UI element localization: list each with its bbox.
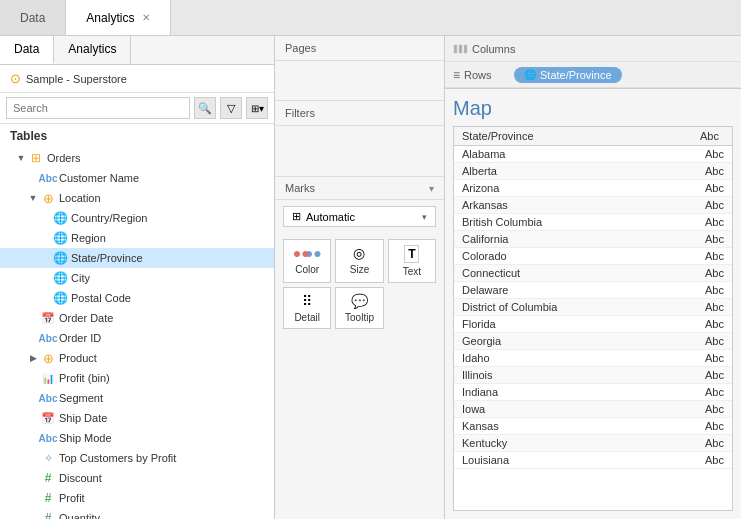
tab-spacer bbox=[171, 0, 741, 35]
tree-item-customer-name[interactable]: ▶ Abc Customer Name bbox=[0, 168, 274, 188]
marks-tooltip-button[interactable]: 💬 Tooltip bbox=[335, 287, 383, 329]
view-toggle-button[interactable]: ⊞▾ bbox=[246, 97, 268, 119]
state-cell: Alberta bbox=[454, 163, 692, 180]
tree-item-profit-bin[interactable]: ▶ 📊 Profit (bin) bbox=[0, 368, 274, 388]
marks-size-button[interactable]: ◎ Size bbox=[335, 239, 383, 283]
table-row[interactable]: Illinois Abc bbox=[454, 367, 732, 384]
abc-icon: Abc bbox=[40, 390, 56, 406]
left-tab-analytics-label: Analytics bbox=[68, 42, 116, 56]
state-province-label: State/Province bbox=[71, 252, 143, 264]
tree-item-state-province[interactable]: ▶ 🌐 State/Province bbox=[0, 248, 274, 268]
tree-item-location[interactable]: ▼ ⊕ Location bbox=[0, 188, 274, 208]
table-row[interactable]: Arkansas Abc bbox=[454, 197, 732, 214]
tree-item-segment[interactable]: ▶ Abc Segment bbox=[0, 388, 274, 408]
table-row[interactable]: California Abc bbox=[454, 231, 732, 248]
tree-item-region[interactable]: ▶ 🌐 Region bbox=[0, 228, 274, 248]
type-cell: Abc bbox=[692, 418, 732, 435]
filters-label: Filters bbox=[275, 101, 444, 126]
tree-item-profit[interactable]: ▶ # Profit bbox=[0, 488, 274, 508]
columns-shelf: ⦀⦀⦀ Columns bbox=[445, 36, 741, 62]
marks-text-button[interactable]: T Text bbox=[388, 239, 436, 283]
left-tab-data[interactable]: Data bbox=[0, 36, 54, 64]
tree-item-country-region[interactable]: ▶ 🌐 Country/Region bbox=[0, 208, 274, 228]
left-tab-analytics[interactable]: Analytics bbox=[54, 36, 131, 64]
state-cell: California bbox=[454, 231, 692, 248]
tree-item-orders[interactable]: ▼ ⊞ Orders bbox=[0, 148, 274, 168]
location-label: Location bbox=[59, 192, 101, 204]
marks-title: Marks bbox=[285, 182, 315, 194]
table-row[interactable]: Kansas Abc bbox=[454, 418, 732, 435]
data-source[interactable]: ⊙ Sample - Superstore bbox=[0, 65, 274, 93]
state-cell: Arizona bbox=[454, 180, 692, 197]
expand-icon[interactable]: ▼ bbox=[28, 193, 38, 203]
table-row[interactable]: Georgia Abc bbox=[454, 333, 732, 350]
globe-icon: 🌐 bbox=[52, 230, 68, 246]
table-header: State/Province Abc bbox=[454, 127, 732, 146]
table-row[interactable]: Alabama Abc bbox=[454, 146, 732, 163]
hash-icon: # bbox=[40, 490, 56, 506]
type-cell: Abc bbox=[692, 265, 732, 282]
quantity-label: Quantity bbox=[59, 512, 100, 519]
search-input[interactable] bbox=[6, 97, 190, 119]
tree-item-quantity[interactable]: ▶ # Quantity bbox=[0, 508, 274, 519]
tree-item-top-customers[interactable]: ▶ ✧ Top Customers by Profit bbox=[0, 448, 274, 468]
marks-expand-icon[interactable]: ▾ bbox=[429, 183, 434, 194]
tab-data[interactable]: Data bbox=[0, 0, 66, 35]
type-cell: Abc bbox=[692, 367, 732, 384]
tree-item-order-id[interactable]: ▶ Abc Order ID bbox=[0, 328, 274, 348]
table-row[interactable]: Kentucky Abc bbox=[454, 435, 732, 452]
ship-mode-label: Ship Mode bbox=[59, 432, 112, 444]
type-cell: Abc bbox=[692, 248, 732, 265]
tree-item-ship-mode[interactable]: ▶ Abc Ship Mode bbox=[0, 428, 274, 448]
state-cell: Louisiana bbox=[454, 452, 692, 469]
close-icon[interactable]: ✕ bbox=[142, 12, 150, 23]
tab-analytics[interactable]: Analytics ✕ bbox=[66, 0, 171, 35]
view-area: Map State/Province Abc Alabama Abc Alber… bbox=[445, 89, 741, 519]
table-row[interactable]: Idaho Abc bbox=[454, 350, 732, 367]
tree-item-postal-code[interactable]: ▶ 🌐 Postal Code bbox=[0, 288, 274, 308]
state-cell: Georgia bbox=[454, 333, 692, 350]
tree-area[interactable]: ▼ ⊞ Orders ▶ Abc Customer Name ▼ ⊕ Locat… bbox=[0, 148, 274, 519]
table-row[interactable]: British Columbia Abc bbox=[454, 214, 732, 231]
marks-type-label: Automatic bbox=[306, 211, 355, 223]
type-cell: Abc bbox=[692, 214, 732, 231]
left-panel-tabs: Data Analytics bbox=[0, 36, 274, 65]
columns-icon: ⦀⦀⦀ bbox=[453, 42, 468, 56]
table-row[interactable]: Alberta Abc bbox=[454, 163, 732, 180]
expand-icon[interactable]: ▶ bbox=[28, 353, 38, 363]
table-icon: ⊞ bbox=[28, 150, 44, 166]
table-row[interactable]: Delaware Abc bbox=[454, 282, 732, 299]
data-table-container[interactable]: State/Province Abc Alabama Abc Alberta A… bbox=[453, 126, 733, 511]
tooltip-icon: 💬 bbox=[351, 293, 368, 309]
marks-type-icon: ⊞ bbox=[292, 210, 301, 223]
discount-label: Discount bbox=[59, 472, 102, 484]
data-source-label: Sample - Superstore bbox=[26, 73, 127, 85]
search-button[interactable]: 🔍 bbox=[194, 97, 216, 119]
table-row[interactable]: Indiana Abc bbox=[454, 384, 732, 401]
state-cell: Kansas bbox=[454, 418, 692, 435]
pages-area bbox=[275, 61, 444, 101]
tree-item-ship-date[interactable]: ▶ 📅 Ship Date bbox=[0, 408, 274, 428]
text-label: Text bbox=[403, 266, 421, 277]
state-province-pill[interactable]: 🌐 State/Province bbox=[514, 67, 622, 83]
header-row: State/Province Abc bbox=[454, 127, 732, 146]
tree-item-product[interactable]: ▶ ⊕ Product bbox=[0, 348, 274, 368]
table-row[interactable]: Connecticut Abc bbox=[454, 265, 732, 282]
table-row[interactable]: Colorado Abc bbox=[454, 248, 732, 265]
table-row[interactable]: District of Columbia Abc bbox=[454, 299, 732, 316]
expand-icon[interactable]: ▼ bbox=[16, 153, 26, 163]
tree-item-city[interactable]: ▶ 🌐 City bbox=[0, 268, 274, 288]
rows-icon: ≡ bbox=[453, 68, 460, 82]
table-row[interactable]: Iowa Abc bbox=[454, 401, 732, 418]
marks-color-button[interactable]: ●● Color bbox=[283, 239, 331, 283]
filters-area bbox=[275, 126, 444, 176]
table-row[interactable]: Florida Abc bbox=[454, 316, 732, 333]
table-row[interactable]: Louisiana Abc bbox=[454, 452, 732, 469]
filter-button[interactable]: ▽ bbox=[220, 97, 242, 119]
table-row[interactable]: Arizona Abc bbox=[454, 180, 732, 197]
tree-item-order-date[interactable]: ▶ 📅 Order Date bbox=[0, 308, 274, 328]
marks-detail-button[interactable]: ⠿ Detail bbox=[283, 287, 331, 329]
marks-dropdown[interactable]: ⊞ Automatic ▾ bbox=[283, 206, 436, 227]
segment-label: Segment bbox=[59, 392, 103, 404]
tree-item-discount[interactable]: ▶ # Discount bbox=[0, 468, 274, 488]
